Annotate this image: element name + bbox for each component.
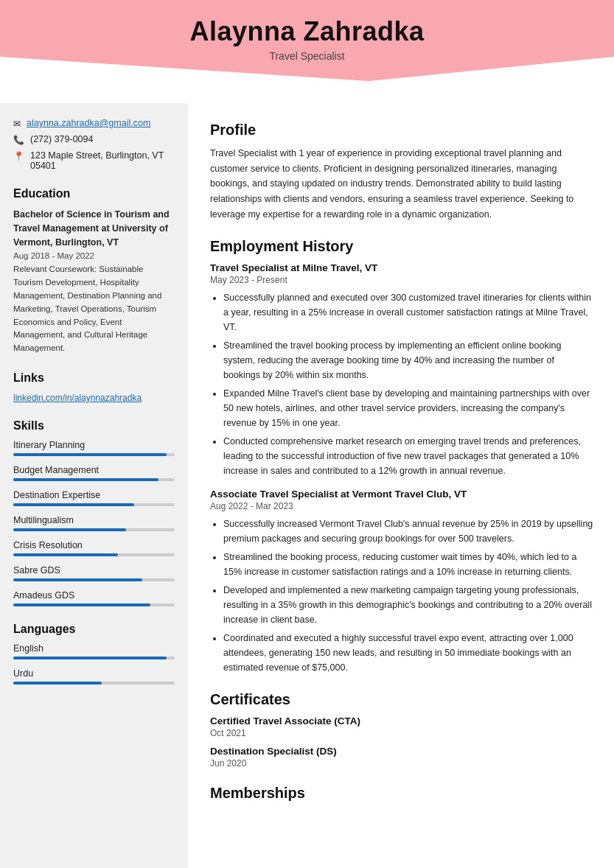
profile-text: Travel Specialist with 1 year of experie… xyxy=(210,146,593,222)
languages-title: Languages xyxy=(13,623,175,636)
memberships-section-title: Memberships xyxy=(210,785,593,802)
contact-phone-item: 📞 (272) 379-0094 xyxy=(13,134,175,145)
skill-bar-background xyxy=(13,478,175,481)
skill-bar-background xyxy=(13,503,175,506)
skill-item: Crisis Resolution xyxy=(13,540,175,556)
skill-item: Amadeus GDS xyxy=(13,590,175,606)
body-layout: ✉ alaynna.zahradka@gmail.com 📞 (272) 379… xyxy=(0,103,614,868)
education-degree: Bachelor of Science in Tourism and Trave… xyxy=(13,208,175,249)
skill-bar-fill xyxy=(13,453,167,456)
skill-label: Budget Management xyxy=(13,465,175,475)
job-bullets-list: Successfully increased Vermont Travel Cl… xyxy=(210,517,593,675)
cert-date: Jun 2020 xyxy=(210,758,593,769)
skill-item: Multilingualism xyxy=(13,515,175,531)
job-bullet: Conducted comprehensive market research … xyxy=(223,434,593,478)
skill-bar-background xyxy=(13,553,175,556)
job-dates: May 2023 - Present xyxy=(210,275,593,285)
education-dates: Aug 2018 - May 2022 xyxy=(13,251,175,260)
skill-bar-fill xyxy=(13,578,142,581)
education-coursework: Relevant Coursework: Sustainable Tourism… xyxy=(13,263,175,355)
language-bar-background xyxy=(13,657,175,659)
email-link[interactable]: alaynna.zahradka@gmail.com xyxy=(27,118,150,128)
linkedin-item: linkedin.com/in/alaynnazahradka xyxy=(13,392,175,403)
contact-email-item: ✉ alaynna.zahradka@gmail.com xyxy=(13,118,175,129)
skill-label: Itinerary Planning xyxy=(13,440,175,450)
address-text: 123 Maple Street, Burlington, VT 05401 xyxy=(30,150,175,171)
language-bar-fill xyxy=(13,657,167,659)
job-bullet: Successfully planned and executed over 3… xyxy=(223,290,593,335)
cert-item: Destination Specialist (DS) Jun 2020 xyxy=(210,746,593,769)
cert-date: Oct 2021 xyxy=(210,728,593,738)
job-bullets-list: Successfully planned and executed over 3… xyxy=(210,290,593,478)
language-bar-background xyxy=(13,682,175,685)
skill-bar-background xyxy=(13,578,175,581)
skill-label: Multilingualism xyxy=(13,515,175,525)
language-bar-fill xyxy=(13,682,102,685)
job-bullet: Streamlined the booking process, reducin… xyxy=(223,550,593,579)
job-bullet: Expanded Milne Travel's client base by d… xyxy=(223,386,593,430)
language-item: Urdu xyxy=(13,668,175,685)
skill-item: Itinerary Planning xyxy=(13,440,175,456)
sidebar: ✉ alaynna.zahradka@gmail.com 📞 (272) 379… xyxy=(0,103,188,868)
skill-bar-fill xyxy=(13,528,126,531)
skill-bar-fill xyxy=(13,553,118,556)
header: Alaynna Zahradka Travel Specialist xyxy=(0,0,614,103)
job-bullet: Coordinated and executed a highly succes… xyxy=(223,631,593,675)
education-section: Education Bachelor of Science in Tourism… xyxy=(13,187,175,355)
job-item: Associate Travel Specialist at Vermont T… xyxy=(210,489,593,675)
main-content: Profile Travel Specialist with 1 year of… xyxy=(188,103,614,868)
certificates-section-title: Certificates xyxy=(210,691,593,708)
contact-address-item: 📍 123 Maple Street, Burlington, VT 05401 xyxy=(13,150,175,171)
phone-icon: 📞 xyxy=(13,135,24,145)
candidate-name: Alaynna Zahradka xyxy=(0,16,614,47)
skills-section: Skills Itinerary Planning Budget Managem… xyxy=(13,419,175,606)
skills-title: Skills xyxy=(13,419,175,433)
candidate-title: Travel Specialist xyxy=(0,50,614,62)
job-item: Travel Specialist at Milne Travel, VT Ma… xyxy=(210,262,593,478)
skill-bar-background xyxy=(13,603,175,606)
skill-bar-fill xyxy=(13,478,158,481)
skill-item: Budget Management xyxy=(13,465,175,481)
language-label: English xyxy=(13,643,175,654)
employment-section-title: Employment History xyxy=(210,238,593,255)
skill-label: Sabre GDS xyxy=(13,565,175,575)
links-section: Links linkedin.com/in/alaynnazahradka xyxy=(13,371,175,403)
language-item: English xyxy=(13,643,175,659)
links-title: Links xyxy=(13,371,175,385)
job-dates: Aug 2022 - Mar 2023 xyxy=(210,501,593,511)
job-bullet: Streamlined the travel booking process b… xyxy=(223,338,593,382)
job-bullet: Successfully increased Vermont Travel Cl… xyxy=(223,517,593,546)
skill-item: Destination Expertise xyxy=(13,490,175,506)
cert-item: Certified Travel Associate (CTA) Oct 202… xyxy=(210,715,593,738)
skill-label: Destination Expertise xyxy=(13,490,175,500)
cert-title: Destination Specialist (DS) xyxy=(210,746,593,757)
job-title: Associate Travel Specialist at Vermont T… xyxy=(210,489,593,500)
skill-bar-background xyxy=(13,528,175,531)
skill-label: Amadeus GDS xyxy=(13,590,175,601)
header-content: Alaynna Zahradka Travel Specialist xyxy=(0,0,614,62)
cert-title: Certified Travel Associate (CTA) xyxy=(210,715,593,727)
location-icon: 📍 xyxy=(13,151,24,161)
job-bullet: Developed and implemented a new marketin… xyxy=(223,583,593,627)
email-icon: ✉ xyxy=(13,119,21,129)
job-title: Travel Specialist at Milne Travel, VT xyxy=(210,262,593,273)
phone-text: (272) 379-0094 xyxy=(30,134,93,144)
language-label: Urdu xyxy=(13,668,175,679)
linkedin-link[interactable]: linkedin.com/in/alaynnazahradka xyxy=(13,393,142,403)
skill-bar-fill xyxy=(13,503,134,506)
skill-item: Sabre GDS xyxy=(13,565,175,581)
languages-section: Languages English Urdu xyxy=(13,623,175,685)
profile-section-title: Profile xyxy=(210,122,593,139)
education-title: Education xyxy=(13,187,175,200)
skill-bar-background xyxy=(13,453,175,456)
skill-label: Crisis Resolution xyxy=(13,540,175,550)
skill-bar-fill xyxy=(13,603,150,606)
